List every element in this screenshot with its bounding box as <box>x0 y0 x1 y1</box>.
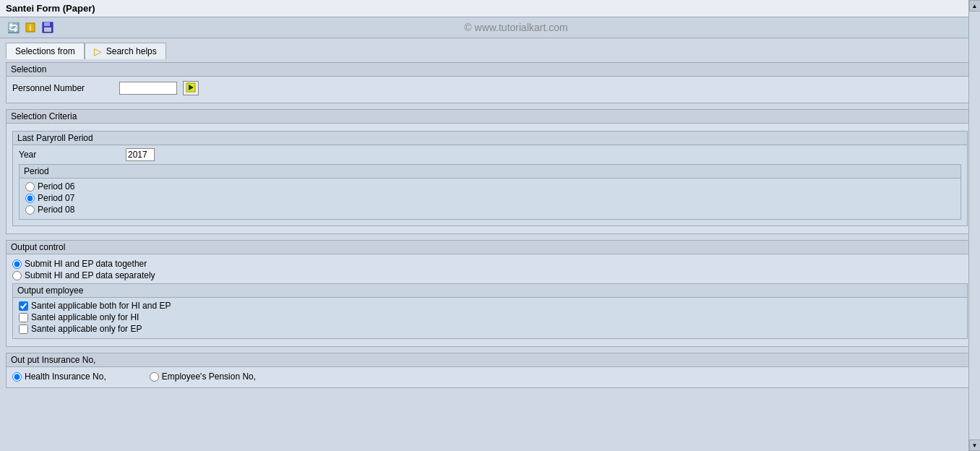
pension-radio[interactable] <box>150 372 159 382</box>
selection-section: Selection Personnel Number <box>6 62 974 103</box>
main-content: Selection Personnel Number Selection Cri… <box>0 59 980 445</box>
period-header: Period <box>20 165 960 179</box>
watermark: © www.tutorialkart.com <box>58 22 974 33</box>
santei-both-row: Santei applicable both for HI and EP <box>19 301 961 311</box>
period-06-label: Period 06 <box>38 181 74 192</box>
save-icon[interactable] <box>40 20 55 35</box>
period-08-radio[interactable] <box>25 205 35 215</box>
period-07-row: Period 07 <box>25 193 955 203</box>
selection-content: Personnel Number <box>7 77 973 103</box>
tab-arrow-icon: ▷ <box>94 46 102 57</box>
santei-hi-only-row: Santei applicable only for HI <box>19 312 961 322</box>
santei-ep-only-row: Santei applicable only for EP <box>19 324 961 334</box>
output-control-section: Output control Submit HI and EP data tog… <box>6 240 974 347</box>
title-bar: Santei Form (Paper) <box>0 0 980 17</box>
period-box: Period Period 06 Period 07 <box>19 164 961 220</box>
period-07-radio[interactable] <box>25 194 35 203</box>
personnel-number-label: Personnel Number <box>12 83 113 93</box>
selection-criteria-section: Selection Criteria Last Paryroll Period … <box>6 109 974 234</box>
output-insurance-content: Health Insurance No, Employee's Pension … <box>7 367 973 387</box>
selections-from-label: Selections from <box>15 46 75 56</box>
selection-header: Selection <box>7 63 973 77</box>
personnel-number-input[interactable] <box>119 82 177 95</box>
year-row: Year <box>19 148 961 161</box>
personnel-number-row: Personnel Number <box>12 81 968 95</box>
year-input[interactable] <box>126 148 155 161</box>
santei-both-checkbox[interactable] <box>19 301 28 311</box>
period-07-label: Period 07 <box>38 193 74 203</box>
output-control-header: Output control <box>7 241 973 254</box>
info-icon[interactable]: i <box>23 20 38 35</box>
santei-hi-only-checkbox[interactable] <box>19 313 28 322</box>
selections-from-tab[interactable]: Selections from <box>6 43 85 59</box>
search-helps-tab[interactable]: ▷ Search helps <box>85 43 166 59</box>
period-06-radio[interactable] <box>25 182 35 192</box>
selection-criteria-content: Last Paryroll Period Year Period Period … <box>7 124 973 233</box>
output-insurance-section: Out put Insurance No, Health Insurance N… <box>6 353 974 388</box>
period-06-row: Period 06 <box>25 181 955 192</box>
last-payroll-period-box: Last Paryroll Period Year Period Period … <box>12 131 968 226</box>
output-employee-header: Output employee <box>13 284 967 298</box>
output-employee-box: Output employee Santei applicable both f… <box>12 283 968 339</box>
svg-text:i: i <box>30 24 32 32</box>
output-employee-content: Santei applicable both for HI and EP San… <box>13 298 967 338</box>
scroll-up-button[interactable]: ▲ <box>969 0 981 12</box>
submit-together-label: Submit HI and EP data together <box>25 259 147 269</box>
output-control-content: Submit HI and EP data together Submit HI… <box>7 254 973 346</box>
scrollbar[interactable]: ▲ ▼ <box>968 0 980 445</box>
last-payroll-period-header: Last Paryroll Period <box>13 132 967 145</box>
pension-label: Employee's Pension No, <box>162 371 256 382</box>
app-title: Santei Form (Paper) <box>6 3 95 14</box>
period-08-label: Period 08 <box>38 205 74 215</box>
selection-criteria-header: Selection Criteria <box>7 110 973 124</box>
toolbar: 🔄 i © www.tutorialkart.com <box>0 17 980 38</box>
health-insurance-row: Health Insurance No, <box>12 371 106 382</box>
output-insurance-header: Out put Insurance No, <box>7 353 973 367</box>
svg-rect-3 <box>44 22 50 26</box>
submit-separately-radio[interactable] <box>12 271 22 280</box>
submit-together-row: Submit HI and EP data together <box>12 259 968 269</box>
santei-ep-only-label: Santei applicable only for EP <box>31 324 142 334</box>
submit-separately-row: Submit HI and EP data separately <box>12 270 968 280</box>
tab-bar: Selections from ▷ Search helps <box>0 38 980 59</box>
execute-icon <box>186 82 196 95</box>
santei-ep-only-checkbox[interactable] <box>19 325 28 334</box>
santei-both-label: Santei applicable both for HI and EP <box>31 301 171 311</box>
search-helps-label: Search helps <box>106 46 157 56</box>
submit-together-radio[interactable] <box>12 259 22 269</box>
svg-rect-4 <box>44 27 51 32</box>
health-insurance-label: Health Insurance No, <box>25 371 106 382</box>
scroll-down-button[interactable]: ▼ <box>969 439 981 445</box>
pension-row: Employee's Pension No, <box>150 371 256 382</box>
year-label: Year <box>19 150 120 160</box>
santei-hi-only-label: Santei applicable only for HI <box>31 312 139 322</box>
period-content: Period 06 Period 07 Period 08 <box>20 179 960 219</box>
last-payroll-period-content: Year Period Period 06 <box>13 145 967 226</box>
back-icon[interactable]: 🔄 <box>6 20 20 35</box>
execute-button[interactable] <box>183 81 199 95</box>
period-08-row: Period 08 <box>25 205 955 215</box>
submit-separately-label: Submit HI and EP data separately <box>25 270 155 280</box>
health-insurance-radio[interactable] <box>12 372 22 382</box>
